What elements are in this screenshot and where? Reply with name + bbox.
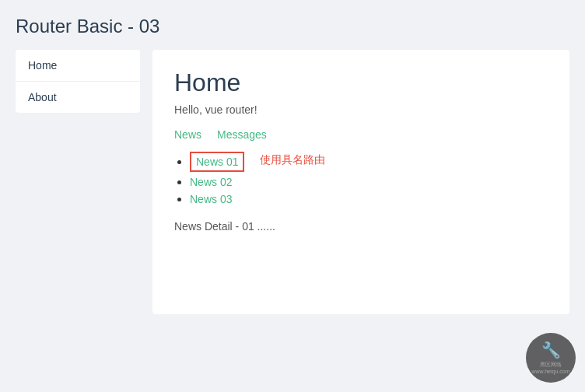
- news-item-03: News 03: [190, 192, 244, 206]
- news-detail: News Detail - 01 ......: [174, 220, 548, 233]
- news-01-box: News 01: [190, 152, 244, 172]
- watermark-text-line1: 黑区网络: [540, 361, 562, 368]
- news-link-01[interactable]: News 01: [196, 156, 238, 168]
- main-layout: Home About Home Hello, vue router! News …: [0, 50, 585, 314]
- watermark: 🔧 黑区网络 www.heiqu.com: [526, 333, 576, 383]
- named-route-label: 使用具名路由: [260, 153, 325, 167]
- content-subtitle: Hello, vue router!: [174, 103, 548, 116]
- sidebar: Home About: [16, 50, 140, 314]
- page-title: Router Basic - 03: [0, 0, 585, 50]
- news-item-02: News 02: [190, 175, 244, 189]
- news-link-03[interactable]: News 03: [190, 193, 232, 205]
- watermark-text-line2: www.heiqu.com: [531, 368, 569, 375]
- sidebar-item-home[interactable]: Home: [16, 50, 140, 82]
- watermark-icon: 🔧: [541, 341, 561, 359]
- news-section: News 01 News 02 News 03 使用具名路由: [174, 152, 548, 209]
- sidebar-item-about[interactable]: About: [16, 82, 140, 113]
- tab-news[interactable]: News: [174, 128, 201, 141]
- content-title: Home: [174, 68, 548, 97]
- sidebar-nav: Home About: [16, 50, 140, 113]
- news-item-01: News 01: [190, 152, 244, 172]
- content-area: Home Hello, vue router! News Messages Ne…: [152, 50, 569, 314]
- tab-messages[interactable]: Messages: [217, 128, 267, 141]
- tabs: News Messages: [174, 128, 548, 141]
- news-link-02[interactable]: News 02: [190, 176, 232, 188]
- news-list: News 01 News 02 News 03: [174, 152, 244, 209]
